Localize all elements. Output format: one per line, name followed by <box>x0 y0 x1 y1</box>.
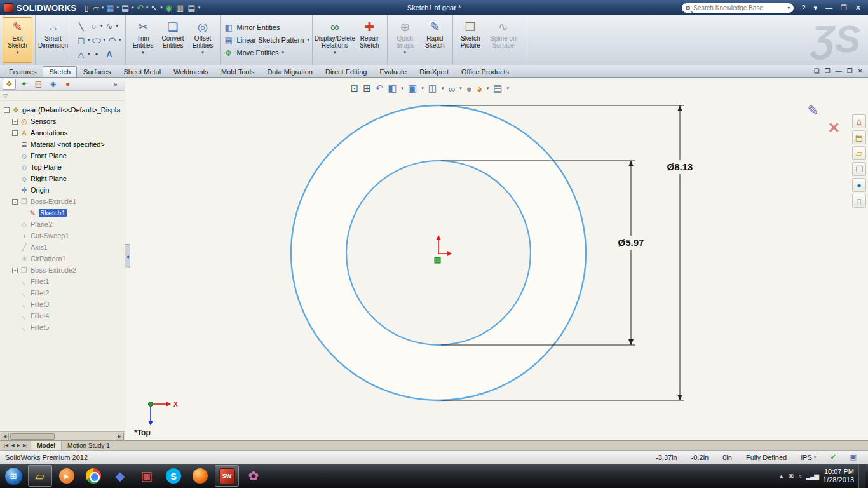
save-icon[interactable]: ▦ <box>105 3 115 13</box>
smart-dimension-button[interactable]: ↔ Smart Dimension <box>38 17 68 63</box>
network-icon[interactable]: ▂▄▆ <box>806 473 818 480</box>
help-dropdown-icon[interactable]: ▾ <box>810 4 820 12</box>
tree-item-origin[interactable]: ✛Origin <box>0 184 125 196</box>
tree-item-material[interactable]: ≣Material <not specified> <box>0 139 125 150</box>
propertymanager-tab[interactable]: ✦ <box>17 79 31 90</box>
scroll-right-icon[interactable]: ▶ <box>116 433 124 440</box>
design-library-icon[interactable]: ▤ <box>852 130 866 144</box>
graphics-viewport[interactable]: Ø8.13 Ø5.97 X <box>125 78 868 440</box>
exit-sketch-dropdown[interactable]: ▾ <box>17 50 19 55</box>
display-style-icon-dropdown[interactable]: ▾ <box>442 86 444 91</box>
move-entities-dropdown[interactable]: ▾ <box>282 50 285 55</box>
undo-icon-dropdown[interactable]: ▾ <box>146 5 149 10</box>
options-icon[interactable]: ▤ <box>186 3 196 13</box>
close-window-icon[interactable]: ✕ <box>852 4 864 12</box>
rapid-sketch-button[interactable]: ✎ Rapid Sketch <box>420 17 450 63</box>
tab-features[interactable]: Features <box>3 66 43 77</box>
featuremanager-toggle-icon[interactable]: ❏ <box>814 67 820 74</box>
app-icon-blue[interactable]: ◆ <box>108 465 132 487</box>
display-style-icon[interactable]: ◫ <box>428 83 437 94</box>
featuremanager-tab[interactable]: ❖ <box>3 79 16 90</box>
tree-item-boss-extrude2[interactable]: +❒Boss-Extrude2 <box>0 264 125 276</box>
sketch-picture-button[interactable]: ❒ Sketch Picture <box>456 17 485 63</box>
quick-snaps-dropdown[interactable]: ▾ <box>404 50 407 55</box>
tab-office-products[interactable]: Office Products <box>455 66 515 77</box>
exit-sketch-button[interactable]: ✎ Exit Sketch ▾ <box>3 17 32 63</box>
mirror-entities-button[interactable]: ◧ Mirror Entities <box>224 23 280 32</box>
configurationmanager-tab[interactable]: ▤ <box>32 79 45 90</box>
expand-toggle-icon[interactable]: - <box>4 107 10 113</box>
show-desktop-button[interactable] <box>858 464 865 488</box>
file-properties-icon[interactable]: ▥ <box>175 3 185 13</box>
start-button[interactable]: ⊞ <box>1 465 25 487</box>
displaymanager-tab[interactable]: ● <box>61 79 74 90</box>
dimension-outer-label[interactable]: Ø8.13 <box>667 161 693 172</box>
search-dropdown-icon[interactable]: ▾ <box>787 5 790 11</box>
save-icon-dropdown[interactable]: ▾ <box>117 5 119 10</box>
prev-icon[interactable]: ◀ <box>11 443 14 448</box>
panel-expand-chevron[interactable]: » <box>109 79 122 90</box>
doc-minimize-icon[interactable]: — <box>836 67 842 74</box>
tab-sketch[interactable]: Sketch <box>43 66 77 77</box>
hide-show-items-icon[interactable]: ∞ <box>448 83 455 94</box>
tree-item-gear-root[interactable]: -❖gear (Default<<Default>_Displa <box>0 104 125 116</box>
tree-item-sensors[interactable]: +◎Sensors <box>0 116 125 127</box>
help-icon[interactable]: ? <box>798 4 808 11</box>
tab-data-migration[interactable]: Data Migration <box>261 66 319 77</box>
tree-item-fillet5[interactable]: ◟Fillet5 <box>0 322 125 333</box>
expand-toggle-icon[interactable]: + <box>12 130 18 136</box>
tree-item-right-plane[interactable]: ◇Right Plane <box>0 173 125 184</box>
tree-item-fillet4[interactable]: ◟Fillet4 <box>0 310 125 322</box>
panel-collapse-arrow[interactable]: ◀ <box>125 244 130 268</box>
linear-sketch-pattern-button[interactable]: ▦ Linear Sketch Pattern ▾ <box>224 36 309 45</box>
file-explorer-icon[interactable]: ▱ <box>852 146 866 160</box>
view-orientation-icon[interactable]: ▣ <box>408 83 417 94</box>
skype-icon[interactable]: S <box>161 465 186 487</box>
tree-item-front-plane[interactable]: ◇Front Plane <box>0 150 125 161</box>
custom-properties-icon[interactable]: ▯ <box>852 194 866 208</box>
tree-item-cirpattern1[interactable]: ✳CirPattern1 <box>0 253 125 264</box>
firefox-icon[interactable] <box>188 465 212 487</box>
offset-entities-button[interactable]: ◎ Offset Entities ▾ <box>188 17 218 63</box>
tab-sheet-metal[interactable]: Sheet Metal <box>117 66 167 77</box>
zoom-area-icon[interactable]: ⊞ <box>363 83 371 94</box>
options-icon-dropdown[interactable]: ▾ <box>198 5 201 10</box>
editing-sketch-check-icon[interactable]: ✔ <box>830 453 836 461</box>
appearances-scenes-icon[interactable]: ● <box>852 178 866 192</box>
units-selector[interactable]: IPS ▾ <box>801 454 816 461</box>
polygon-icon-dropdown[interactable]: ▾ <box>88 51 90 57</box>
view-palette-icon[interactable]: ❐ <box>852 162 866 176</box>
scrollbar-thumb[interactable] <box>10 433 55 440</box>
appearances-icon-dropdown[interactable]: ▾ <box>487 86 489 91</box>
previous-view-icon[interactable]: ↶ <box>376 83 384 94</box>
trim-entities-button[interactable]: ✂ Trim Entities ▾ <box>128 17 158 63</box>
appearances-icon[interactable]: ◕ <box>477 83 482 94</box>
select-icon[interactable]: ↖ <box>149 3 159 13</box>
tree-item-fillet3[interactable]: ◟Fillet3 <box>0 299 125 310</box>
arc-icon-dropdown[interactable]: ▾ <box>119 37 121 43</box>
solidworks-icon[interactable]: SW <box>215 465 239 487</box>
tab-motion-study-1[interactable]: Motion Study 1 <box>62 441 116 450</box>
quick-tips-icon[interactable]: ▣ <box>850 453 857 461</box>
search-box[interactable]: ▾ <box>681 3 794 13</box>
spline-icon[interactable]: ∿ <box>104 20 116 32</box>
volume-icon[interactable]: ♫ <box>797 473 802 480</box>
featuremanager-filter-row[interactable]: ▽ <box>0 91 125 101</box>
confirmation-corner-accept-icon[interactable]: ✎ <box>807 103 818 118</box>
tab-dimxpert[interactable]: DimXpert <box>413 66 455 77</box>
trim-entities-dropdown[interactable]: ▾ <box>142 50 144 55</box>
scroll-left-icon[interactable]: ◀ <box>1 433 9 440</box>
search-input[interactable] <box>693 4 784 11</box>
expand-toggle-icon[interactable]: + <box>12 268 18 273</box>
pane-toggle-icon[interactable]: ❐ <box>825 67 831 74</box>
zoom-fit-icon[interactable]: ⊡ <box>351 83 359 94</box>
tab-surfaces[interactable]: Surfaces <box>77 66 117 77</box>
rectangle-icon[interactable]: ▢ <box>75 34 87 46</box>
open-icon-dropdown[interactable]: ▾ <box>102 5 104 10</box>
open-icon[interactable]: ▱ <box>92 3 100 13</box>
undo-icon[interactable]: ↶ <box>135 3 145 13</box>
tab-model[interactable]: Model <box>31 441 62 450</box>
minimize-window-icon[interactable]: — <box>822 4 836 11</box>
spline-on-surface-button[interactable]: ∿ Spline on Surface <box>485 17 521 63</box>
tree-item-axis1[interactable]: ╱Axis1 <box>0 241 125 253</box>
